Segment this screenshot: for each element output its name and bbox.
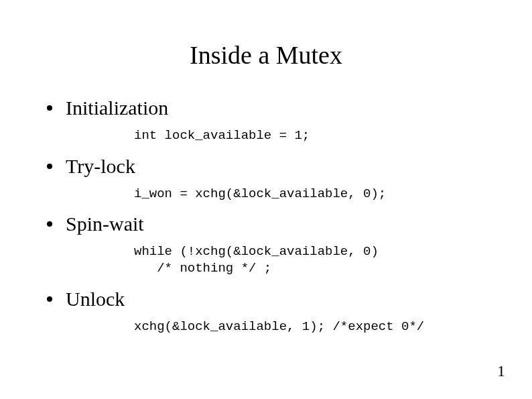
bullet-item: Spin-wait bbox=[47, 213, 498, 235]
bullet-icon bbox=[47, 296, 52, 302]
bullet-icon bbox=[47, 105, 52, 111]
slide-title: Inside a Mutex bbox=[34, 40, 498, 70]
code-snippet: i_won = xchg(&lock_available, 0); bbox=[134, 186, 498, 203]
code-snippet: while (!xchg(&lock_available, 0) /* noth… bbox=[134, 243, 498, 276]
bullet-icon bbox=[47, 164, 52, 169]
bullet-label: Unlock bbox=[66, 288, 125, 310]
bullet-item: Initialization bbox=[47, 97, 498, 119]
page-number: 1 bbox=[497, 362, 505, 380]
bullet-item: Try-lock bbox=[47, 155, 498, 178]
bullet-item: Unlock bbox=[47, 288, 498, 310]
code-snippet: xchg(&lock_available, 1); /*expect 0*/ bbox=[134, 319, 498, 335]
bullet-icon bbox=[47, 221, 52, 227]
bullet-label: Spin-wait bbox=[66, 213, 144, 235]
bullet-label: Initialization bbox=[66, 97, 168, 119]
bullet-label: Try-lock bbox=[66, 155, 135, 178]
code-snippet: int lock_available = 1; bbox=[134, 127, 498, 144]
slide-content: Initialization int lock_available = 1; T… bbox=[34, 97, 498, 335]
